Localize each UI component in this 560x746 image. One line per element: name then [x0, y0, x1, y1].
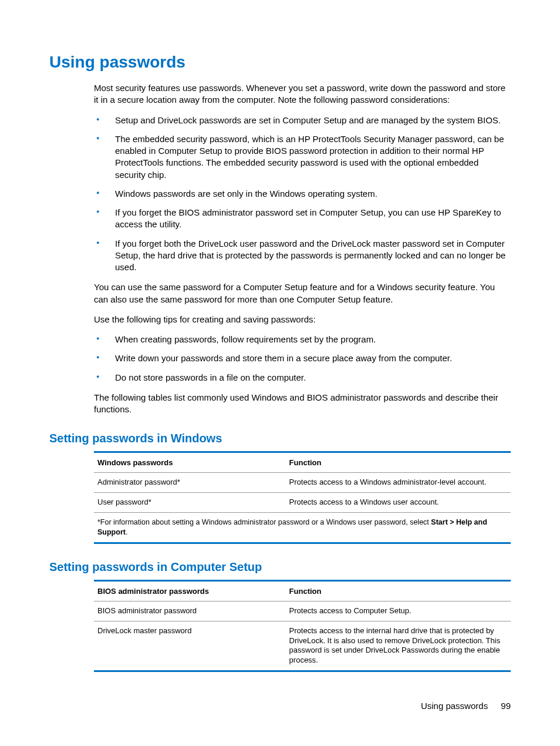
- section-heading-computer-setup: Setting passwords in Computer Setup: [49, 560, 511, 574]
- table-cell: Administrator password*: [94, 473, 286, 493]
- body-paragraph: You can use the same password for a Comp…: [94, 281, 511, 305]
- list-item: When creating passwords, follow requirem…: [94, 334, 511, 345]
- table-cell: Protects access to a Windows user accoun…: [286, 493, 511, 513]
- table-header: Function: [286, 452, 511, 473]
- table-footnote: *For information about setting a Windows…: [94, 513, 511, 543]
- body-paragraph: Use the following tips for creating and …: [94, 314, 511, 325]
- table-cell: Protects access to Computer Setup.: [286, 601, 511, 621]
- list-item: If you forget both the DriveLock user pa…: [94, 238, 511, 274]
- table-cell: User password*: [94, 493, 286, 513]
- page-footer: Using passwords 99: [421, 701, 511, 711]
- list-item: Windows passwords are set only in the Wi…: [94, 188, 511, 200]
- page-heading: Using passwords: [49, 53, 511, 72]
- list-item: Setup and DriveLock passwords are set in…: [94, 115, 511, 126]
- page-number: 99: [501, 701, 511, 711]
- list-item: If you forget the BIOS administrator pas…: [94, 207, 511, 231]
- table-cell: DriveLock master password: [94, 621, 286, 671]
- table-cell: Protects access to the internal hard dri…: [286, 621, 511, 671]
- table-header: Function: [286, 580, 511, 601]
- list-item: Do not store passwords in a file on the …: [94, 372, 511, 384]
- table-row: DriveLock master password Protects acces…: [94, 621, 511, 671]
- list-item: The embedded security password, which is…: [94, 133, 511, 181]
- table-row: User password* Protects access to a Wind…: [94, 493, 511, 513]
- list-item: Write down your passwords and store them…: [94, 352, 511, 364]
- table-header: BIOS administrator passwords: [94, 580, 286, 601]
- table-cell: Protects access to a Windows administrat…: [286, 473, 511, 493]
- table-cell: BIOS administrator password: [94, 601, 286, 621]
- section-heading-windows: Setting passwords in Windows: [49, 432, 511, 445]
- bios-passwords-table: BIOS administrator passwords Function BI…: [94, 580, 511, 672]
- tips-list: When creating passwords, follow requirem…: [94, 334, 511, 384]
- table-header: Windows passwords: [94, 452, 286, 473]
- table-row: BIOS administrator password Protects acc…: [94, 601, 511, 621]
- intro-paragraph: Most security features use passwords. Wh…: [94, 82, 511, 106]
- considerations-list: Setup and DriveLock passwords are set in…: [94, 115, 511, 274]
- footer-title: Using passwords: [421, 701, 488, 711]
- table-row: Administrator password* Protects access …: [94, 473, 511, 493]
- windows-passwords-table: Windows passwords Function Administrator…: [94, 451, 511, 544]
- body-paragraph: The following tables list commonly used …: [94, 392, 511, 416]
